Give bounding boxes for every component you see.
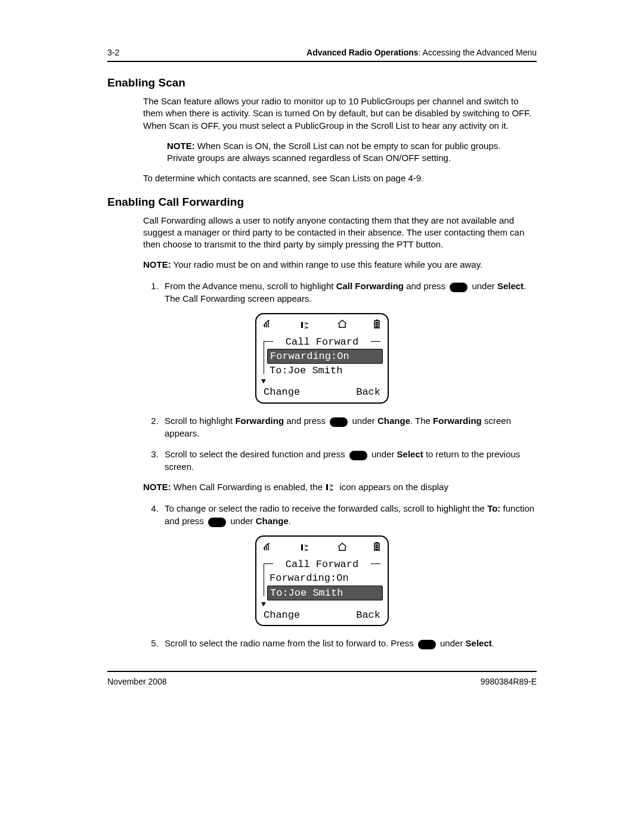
- softkey-right: Back: [356, 609, 380, 621]
- cf-note2-p: NOTE: When Call Forwarding is enabled, t…: [143, 481, 537, 494]
- svg-text:1▶: 1▶: [329, 483, 334, 487]
- lcd-line-forwarding: Forwarding:On: [267, 349, 383, 364]
- txt: From the Advance menu, scroll to highlig…: [165, 281, 336, 291]
- svg-text:2▶: 2▶: [304, 325, 309, 329]
- lcd-line-to: To:Joe Smith: [267, 364, 383, 377]
- lcd-line-to: To:Joe Smith: [267, 586, 383, 600]
- cf-step-1: From the Advance menu, scroll to highlig…: [161, 280, 537, 305]
- call-forward-icon: 1▶2▶: [300, 543, 312, 556]
- svg-rect-0: [301, 322, 303, 328]
- softkey-pill-icon: [450, 283, 467, 292]
- page-header: 3-2 Advanced Radio Operations: Accessing…: [107, 48, 537, 57]
- cf-steps-cont2: To change or select the radio to receive…: [143, 502, 537, 527]
- softkey-right: Back: [356, 386, 380, 398]
- bold-text: To:: [487, 503, 500, 513]
- softkey-pill-icon: [349, 451, 367, 460]
- footer-date: November 2008: [107, 677, 167, 686]
- txt: icon appears on the display: [337, 482, 448, 492]
- txt: . The: [410, 416, 433, 426]
- cf-note1: NOTE: Your radio must be on and within r…: [143, 259, 537, 271]
- txt: Scroll to select the radio name from the…: [165, 638, 416, 648]
- svg-rect-18: [375, 549, 378, 550]
- call-forward-icon: 1▶2▶: [300, 320, 312, 333]
- battery-icon: [373, 319, 380, 332]
- scan-note: NOTE: When Scan is ON, the Scroll List c…: [167, 140, 525, 165]
- cf-step-5: Scroll to select the radio name from the…: [161, 637, 537, 649]
- chapter-sub: : Accessing the Advanced Menu: [419, 48, 537, 57]
- svg-rect-7: [375, 326, 378, 327]
- cf-body: Call Forwarding allows a user to notify …: [143, 215, 537, 271]
- lcd-title-row: Call Forward: [261, 558, 383, 569]
- bold-text: Forwarding: [235, 416, 284, 426]
- footer-docnum: 9980384R89-E: [481, 677, 537, 686]
- call-forward-icon: 1▶2▶: [325, 482, 337, 495]
- scan-p1: The Scan feature allows your radio to mo…: [143, 95, 537, 132]
- cf-p1: Call Forwarding allows a user to notify …: [143, 215, 537, 251]
- chapter-breadcrumb: Advanced Radio Operations: Accessing the…: [306, 48, 537, 57]
- lcd-menu: Forwarding:On To:Joe Smith: [261, 349, 383, 378]
- txt: under: [469, 281, 497, 291]
- signal-icon: [264, 319, 274, 332]
- svg-text:1▶: 1▶: [304, 321, 309, 325]
- scan-see-also: To determine which contacts are scanned,…: [143, 172, 537, 184]
- scan-p2: To determine which contacts are scanned,…: [143, 172, 537, 184]
- lcd-title-row: Call Forward: [261, 336, 383, 346]
- txt: To change or select the radio to receive…: [165, 503, 487, 513]
- txt: .: [492, 638, 494, 648]
- scroll-down-arrow-icon: ▼: [261, 379, 383, 385]
- lcd-status-bar: 1▶2▶: [261, 319, 383, 335]
- cf-step-2: Scroll to highlight Forwarding and press…: [161, 414, 537, 439]
- note-label: NOTE:: [167, 141, 195, 151]
- cf-steps-cont3: Scroll to select the radio name from the…: [143, 637, 537, 649]
- lcd-screen: 1▶2▶ Call Forward Forwarding:On To:Joe S…: [255, 313, 389, 404]
- scroll-down-arrow-icon: ▼: [261, 602, 383, 608]
- txt: and press: [404, 281, 448, 291]
- lcd-softkeys: Change Back: [261, 608, 383, 621]
- bold-text: Select: [466, 638, 492, 648]
- cf-step-3: Scroll to select the desired function an…: [161, 448, 537, 473]
- svg-rect-5: [375, 322, 378, 324]
- bold-text: Change: [377, 416, 410, 426]
- page-container: 3-2 Advanced Radio Operations: Accessing…: [54, 0, 590, 722]
- softkey-left: Change: [264, 609, 300, 621]
- bold-text: Select: [397, 449, 423, 459]
- lcd-figure-2: 1▶2▶ Call Forward Forwarding:On To:Joe S…: [107, 535, 537, 626]
- header-rule: [107, 61, 537, 62]
- lcd-status-bar: 1▶2▶: [261, 541, 383, 557]
- note-label: NOTE:: [143, 482, 171, 492]
- lcd-line-forwarding: Forwarding:On: [267, 571, 383, 585]
- bold-text: Call Forwarding: [336, 281, 404, 291]
- bold-text: Forwarding: [433, 416, 482, 426]
- bold-text: Select: [497, 281, 524, 291]
- battery-icon: [373, 541, 380, 555]
- softkey-pill-icon: [418, 640, 436, 649]
- lcd-softkeys: Change Back: [261, 385, 383, 398]
- note-label: NOTE:: [143, 259, 171, 270]
- lcd-menu: Forwarding:On To:Joe Smith: [261, 571, 383, 600]
- page-number: 3-2: [107, 48, 119, 57]
- page-footer: November 2008 9980384R89-E: [107, 677, 537, 686]
- svg-rect-16: [375, 544, 378, 546]
- chapter-name: Advanced Radio Operations: [306, 48, 418, 57]
- cf-steps: From the Advance menu, scroll to highlig…: [143, 280, 537, 305]
- softkey-pill-icon: [208, 518, 226, 527]
- cf-step-4: To change or select the radio to receive…: [161, 502, 537, 527]
- scan-body: The Scan feature allows your radio to mo…: [143, 95, 537, 132]
- cf-note1-text: Your radio must be on and within range t…: [171, 259, 483, 270]
- txt: When Call Forwarding is enabled, the: [171, 482, 325, 492]
- txt: and press: [284, 416, 328, 426]
- cf-steps-cont: Scroll to highlight Forwarding and press…: [143, 414, 537, 473]
- lcd-figure-1: 1▶2▶ Call Forward Forwarding:On To:Joe S…: [107, 313, 537, 404]
- cf-note2: NOTE: When Call Forwarding is enabled, t…: [143, 481, 537, 494]
- svg-text:1▶: 1▶: [304, 543, 309, 547]
- lcd-title: Call Forward: [282, 336, 362, 348]
- note-text: When Scan is ON, the Scroll List can not…: [167, 141, 500, 163]
- txt: under: [369, 449, 397, 459]
- txt: under: [349, 416, 377, 426]
- txt: Scroll to select the desired function an…: [165, 449, 348, 459]
- footer-rule: [107, 671, 537, 672]
- lcd-title: Call Forward: [282, 559, 362, 570]
- svg-text:2▶: 2▶: [329, 487, 334, 491]
- svg-rect-17: [375, 547, 378, 549]
- txt: under: [228, 516, 256, 526]
